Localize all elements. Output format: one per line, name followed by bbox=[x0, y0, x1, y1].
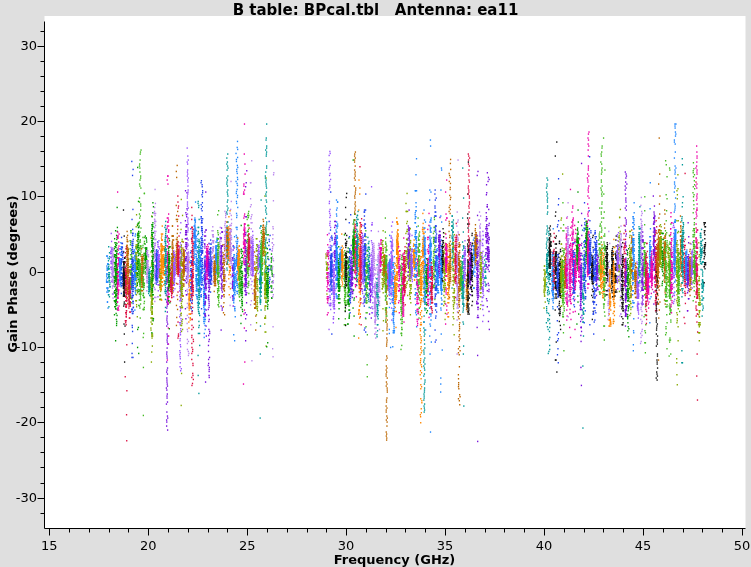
plot-window: B table: BPcal.tbl Antenna: ea11 Frequen… bbox=[0, 0, 751, 567]
x-axis-label: Frequency (GHz) bbox=[44, 552, 745, 567]
plot-title: B table: BPcal.tbl Antenna: ea11 bbox=[0, 1, 751, 19]
y-axis-label: Gain Phase (degrees) bbox=[5, 195, 20, 352]
plot-canvas[interactable] bbox=[0, 0, 751, 567]
